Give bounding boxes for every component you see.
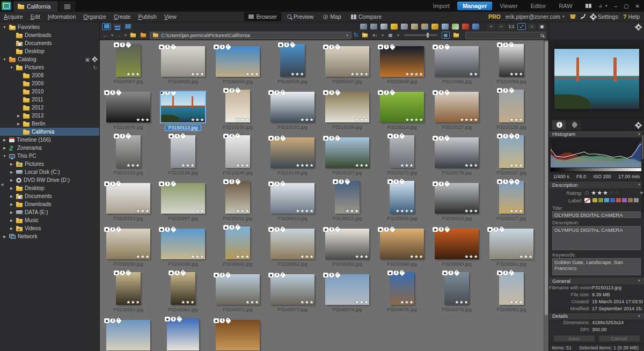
view-compare[interactable]: Compare	[347, 13, 385, 20]
thumbnail-image[interactable]: ★★★	[270, 92, 314, 122]
thumbnail-image[interactable]: ★★★★	[380, 92, 424, 122]
sidebar-item-desktop[interactable]: Desktop	[0, 47, 99, 55]
grid-scrollbar[interactable]	[544, 40, 548, 351]
thumbnail-image[interactable]: ★★★	[106, 92, 150, 122]
thumbnail-image[interactable]: ★★★	[499, 90, 524, 122]
email-icon[interactable]	[391, 24, 398, 30]
rating-star-1[interactable]: ★	[591, 189, 597, 196]
slider-knob[interactable]	[427, 33, 429, 38]
path-dropdown-icon[interactable]: ▼	[346, 34, 349, 37]
sidebar-item-2012[interactable]: 2012	[0, 104, 99, 112]
display-dropdown[interactable]: ▼	[397, 34, 400, 37]
web-gallery-icon[interactable]	[421, 24, 428, 30]
label-swatch-2[interactable]	[598, 198, 603, 202]
scrollbar-thumb[interactable]	[545, 41, 548, 315]
tree-expand-arrow[interactable]: ▼	[2, 25, 7, 29]
tree-collapse-arrow[interactable]: ▶	[9, 210, 14, 215]
zoom-100-icon[interactable]: 1:1	[507, 23, 516, 30]
zoom-out-icon[interactable]: −	[497, 23, 506, 30]
tree-collapse-arrow[interactable]: ▶	[2, 138, 7, 142]
tree-collapse-arrow[interactable]: ▶	[9, 186, 14, 191]
show-info-toggle[interactable]: ▦	[442, 32, 450, 39]
thumbnail-image[interactable]: ★★★★	[270, 137, 314, 168]
sidebar-item-documents[interactable]: Documents	[0, 39, 99, 47]
sidebar-item-network[interactable]: ▶Network	[0, 232, 99, 240]
tree-expand-arrow[interactable]: ▼	[2, 57, 7, 61]
app-logo-icon[interactable]	[2, 2, 11, 10]
copy-icon[interactable]	[411, 24, 418, 30]
thumbnail-image[interactable]: ★★★	[325, 137, 369, 168]
cancel-button[interactable]: Cancel	[598, 335, 640, 342]
up-folder-button[interactable]	[129, 32, 137, 39]
gear-icon[interactable]	[93, 57, 97, 61]
thumbnail-image[interactable]: ★★★	[216, 274, 260, 305]
tree-collapse-arrow[interactable]: ▶	[2, 146, 7, 150]
menu-acquire[interactable]: Acquire	[0, 13, 27, 20]
view-browser[interactable]: Browser	[244, 12, 281, 21]
module-tab-manager[interactable]: Manager	[457, 2, 492, 10]
thumbnail-image[interactable]: ★★★	[390, 135, 414, 168]
sidebar-item-2010[interactable]: 2010	[0, 87, 99, 96]
sidebar-item-2008[interactable]: 2008	[0, 71, 99, 79]
sidebar-item-data-e-[interactable]: ▶DATA (E:)	[0, 208, 99, 216]
label-none-swatch[interactable]	[584, 198, 590, 203]
collapse-panel-arrow[interactable]: ▶	[641, 191, 643, 195]
zoom-in-icon[interactable]: +	[487, 23, 495, 30]
display-mode-button[interactable]: ▦	[386, 32, 394, 39]
tree-collapse-arrow[interactable]: ▶	[16, 122, 21, 126]
thumbnail-image[interactable]: ★★★	[225, 181, 250, 214]
tab-information[interactable]: i	[552, 120, 566, 130]
account-menu[interactable]: erik.piper@zoner.com ▼	[506, 13, 565, 20]
menu-edit[interactable]: Edit	[27, 13, 44, 20]
thumbnail-image[interactable]: ★★★	[325, 92, 369, 122]
thumbnail-image[interactable]: ★★★	[335, 181, 360, 214]
sidebar-item-2011[interactable]: 2011	[0, 96, 99, 104]
batch-icon[interactable]	[472, 24, 479, 30]
rating-stars[interactable]: ★★★☆☆	[591, 189, 620, 196]
rating-star-4[interactable]: ☆	[609, 189, 614, 196]
details-header[interactable]: Details▼	[549, 312, 644, 320]
exif-pairs-icon[interactable]	[360, 24, 367, 30]
folder-edit-icon[interactable]	[431, 24, 438, 30]
histogram-header[interactable]: Histogram▼	[549, 130, 644, 138]
fullscreen-button[interactable]: ▼	[598, 3, 608, 9]
rating-star-5[interactable]: ☆	[614, 189, 620, 196]
sidebar-item-2013[interactable]: ▶2013	[0, 112, 99, 120]
label-swatch-1[interactable]	[592, 198, 597, 202]
thumbnail-image[interactable]: ★★★	[161, 229, 205, 259]
thumbnail-image[interactable]: ★★★	[444, 272, 469, 305]
thumbnail-image[interactable]: ★★★	[225, 90, 250, 122]
folder-plus-icon[interactable]: ▣	[85, 57, 90, 62]
info-settings-gear-icon[interactable]	[636, 123, 641, 128]
menu-organize[interactable]: Organize	[79, 13, 110, 20]
thumbnail-image[interactable]: ★★★	[225, 226, 250, 259]
folder-tab-california[interactable]: California	[13, 1, 58, 12]
thumbnail-image[interactable]: ★★★	[499, 135, 524, 168]
thumbnail-image[interactable]: ★★★	[499, 44, 524, 77]
loupe-icon[interactable]: ○	[528, 23, 536, 30]
print-icon[interactable]	[380, 24, 387, 30]
sidebar-item-favorites[interactable]: ▼Favorites	[0, 23, 99, 31]
panel-gear-icon[interactable]	[636, 25, 641, 30]
label-swatch-4[interactable]	[610, 198, 615, 202]
tree-collapse-arrow[interactable]: ▶	[9, 162, 14, 166]
sidebar-item-downloads[interactable]: Downloads	[0, 31, 99, 39]
sort-dropdown[interactable]: ▼	[381, 34, 384, 37]
help-book-icon[interactable]	[586, 4, 591, 8]
help-button[interactable]: ? Help	[623, 13, 640, 20]
slideshow-icon[interactable]	[401, 24, 408, 30]
thumbnail-image[interactable]: ★★★★	[380, 46, 424, 77]
thumbnail-image[interactable]: ★★★	[116, 135, 141, 168]
sidebar-item-california[interactable]: California	[0, 128, 99, 136]
sidebar-item-videos[interactable]: ▶Videos	[0, 224, 99, 232]
thumbnail-image[interactable]	[106, 320, 150, 350]
thumbnail-image[interactable]: ★★★	[116, 272, 141, 305]
tab-keywords[interactable]	[567, 120, 581, 130]
slideshow-yellow-icon[interactable]: ▣	[538, 23, 546, 30]
thumbnail-image[interactable]: ★★★	[435, 183, 479, 214]
label-swatch-7[interactable]	[628, 198, 633, 202]
sidebar-item-documents[interactable]: ▶Documents	[0, 192, 99, 200]
thumbnail-image[interactable]: ★★★★	[270, 183, 314, 214]
maximize-button[interactable]: ▢	[624, 3, 628, 9]
thumbnail-image[interactable]: ★★★	[499, 272, 524, 305]
